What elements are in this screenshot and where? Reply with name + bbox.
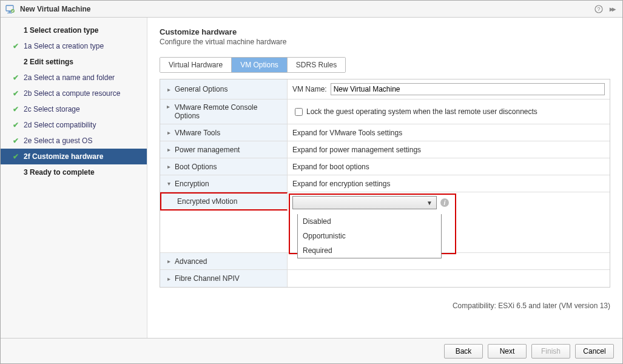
dropdown-option-disabled[interactable]: Disabled [298, 214, 441, 229]
encryption-hint: Expand for encryption settings [292, 180, 390, 188]
vm-icon [5, 4, 15, 14]
tab-vm-options[interactable]: VM Options [232, 58, 288, 72]
tab-sdrs-rules[interactable]: SDRS Rules [288, 58, 345, 72]
expander-vmware-tools[interactable]: ▸VMware Tools [160, 124, 288, 141]
row-vmware-tools: ▸VMware Tools Expand for VMware Tools se… [160, 124, 610, 141]
row-fibre-channel-npiv: ▸Fibre Channel NPIV [160, 270, 610, 287]
content-pane: Customize hardware Configure the virtual… [147, 18, 622, 338]
vm-name-label: VM Name: [292, 85, 327, 93]
step-1a-select-a-creation-type[interactable]: ✔1a Select a creation type [1, 38, 147, 54]
expander-encryption[interactable]: ▾Encryption [160, 175, 288, 192]
lock-guest-checkbox[interactable] [295, 108, 303, 116]
titlebar: New Virtual Machine ? ▸▸ [1, 1, 622, 18]
vmware-tools-hint: Expand for VMware Tools settings [292, 129, 402, 137]
dialog-title: New Virtual Machine [20, 5, 591, 13]
cancel-button[interactable]: Cancel [575, 344, 614, 359]
expander-general-options[interactable]: ▸General Options [160, 79, 288, 99]
expander-boot-options[interactable]: ▸Boot Options [160, 158, 288, 175]
wizard-steps-sidebar: ✔1 Select creation type ✔1a Select a cre… [1, 18, 147, 338]
next-button[interactable]: Next [488, 344, 527, 359]
expander-advanced[interactable]: ▸Advanced [160, 253, 288, 269]
finish-button[interactable]: Finish [531, 344, 570, 359]
label-encrypted-vmotion: Encrypted vMotion [160, 192, 288, 211]
info-icon[interactable]: i [440, 198, 449, 207]
chevron-right-icon: ▸ [165, 103, 172, 110]
step-2b-compute-resource[interactable]: ✔2b Select a compute resource [1, 86, 147, 101]
svg-rect-1 [8, 12, 11, 13]
encrypted-vmotion-dropdown[interactable]: ▼ [292, 196, 437, 209]
expand-icon[interactable]: ▸▸ [607, 4, 618, 15]
page-subtitle: Configure the virtual machine hardware [160, 38, 610, 46]
vm-options-grid: ▸General Options VM Name: ▸VMware Remote… [160, 79, 610, 288]
row-boot-options: ▸Boot Options Expand for boot options [160, 158, 610, 175]
row-encrypted-vmotion: Encrypted vMotion ▼ i D [160, 192, 610, 253]
svg-rect-2 [7, 13, 12, 13]
svg-text:?: ? [597, 6, 600, 12]
chevron-right-icon: ▸ [165, 129, 172, 136]
step-3-ready-to-complete[interactable]: 3 Ready to complete [1, 164, 147, 180]
compatibility-text: Compatibility: ESXi 6.5 and later (VM ve… [453, 302, 610, 310]
step-2e-guest-os[interactable]: ✔2e Select a guest OS [1, 133, 147, 149]
lock-guest-label: Lock the guest operating system when the… [306, 107, 537, 116]
step-2a-name-folder[interactable]: ✔2a Select a name and folder [1, 70, 147, 86]
power-hint: Expand for power management settings [292, 146, 421, 154]
chevron-down-icon: ▾ [165, 180, 172, 187]
step-2-edit-settings[interactable]: 2 Edit settings [1, 54, 147, 70]
dropdown-option-opportunistic[interactable]: Opportunistic [298, 229, 441, 243]
expander-power-management[interactable]: ▸Power management [160, 141, 288, 158]
hardware-tabs: Virtual Hardware VM Options SDRS Rules [160, 57, 346, 73]
step-2d-compatibility[interactable]: ✔2d Select compatibility [1, 117, 147, 133]
page-title: Customize hardware [160, 27, 610, 36]
step-2c-storage[interactable]: ✔2c Select storage [1, 101, 147, 117]
dialog-footer: Back Next Finish Cancel [1, 338, 622, 363]
vm-name-input[interactable] [331, 83, 605, 95]
back-button[interactable]: Back [444, 344, 483, 359]
chevron-right-icon: ▸ [165, 146, 172, 153]
row-general-options: ▸General Options VM Name: [160, 79, 610, 99]
row-power-management: ▸Power management Expand for power manag… [160, 141, 610, 158]
chevron-right-icon: ▸ [165, 258, 172, 265]
chevron-down-icon: ▼ [426, 200, 433, 206]
expander-fibre-channel-npiv[interactable]: ▸Fibre Channel NPIV [160, 270, 288, 287]
expander-remote-console[interactable]: ▸VMware Remote Console Options [160, 99, 288, 124]
help-icon[interactable]: ? [593, 4, 604, 15]
chevron-right-icon: ▸ [165, 275, 172, 282]
boot-hint: Expand for boot options [292, 163, 369, 171]
row-encryption: ▾Encryption Expand for encryption settin… [160, 175, 610, 192]
step-2f-customize-hardware[interactable]: ✔2f Customize hardware [1, 149, 147, 164]
row-advanced: ▸Advanced [160, 253, 610, 270]
step-1-select-creation-type[interactable]: ✔1 Select creation type [1, 22, 147, 38]
dialog-body: ✔1 Select creation type ✔1a Select a cre… [1, 18, 622, 338]
chevron-right-icon: ▸ [165, 86, 172, 93]
encrypted-vmotion-dropdown-list: Disabled Opportunistic Required [297, 214, 442, 258]
row-remote-console: ▸VMware Remote Console Options Lock the … [160, 99, 610, 124]
chevron-right-icon: ▸ [165, 163, 172, 170]
dialog-window: New Virtual Machine ? ▸▸ ✔1 Select creat… [0, 0, 623, 364]
tab-virtual-hardware[interactable]: Virtual Hardware [160, 58, 232, 72]
